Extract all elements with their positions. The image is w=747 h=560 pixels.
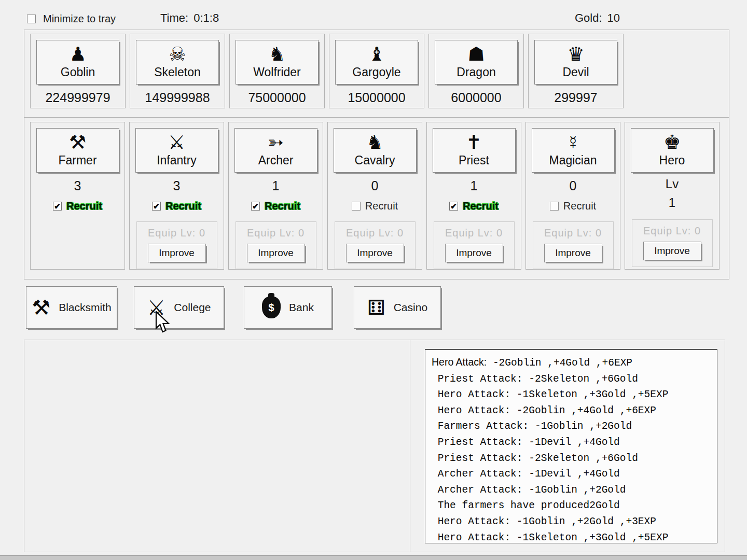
monster-count: 6000000 [451, 90, 501, 105]
farmer-icon: ⚒ [69, 132, 86, 153]
minimize-to-tray-option[interactable]: ✔ Minimize to tray [27, 13, 116, 25]
log-line: Archer Attack: -1Goblin ,+2Gold [432, 482, 717, 498]
monster-name-label: Gargoyle [352, 65, 400, 79]
unit-name-label: Farmer [58, 153, 96, 167]
improve-button-cavalry[interactable]: Improve [346, 244, 404, 262]
recruit-option-priest[interactable]: ✔Recruit [449, 200, 499, 212]
unit-count: 1 [471, 178, 478, 193]
recruit-checkbox[interactable]: ✔ [550, 202, 559, 211]
wolfrider-icon: ♞ [268, 44, 285, 65]
monster-button-goblin[interactable]: ♟Goblin [36, 40, 119, 85]
unit-name-label: Hero [659, 153, 685, 167]
priest-icon: ✝ [466, 132, 482, 153]
minimize-to-tray-checkbox[interactable]: ✔ [27, 15, 36, 23]
minimize-to-tray-label: Minimize to tray [43, 13, 116, 25]
log-line: Hero Attack: -2Goblin ,+4Gold ,+6EXP [432, 403, 717, 419]
monster-name-label: Dragon [457, 65, 495, 79]
building-button-college[interactable]: ⚔College [134, 286, 224, 329]
window-bottom-edge [0, 555, 747, 560]
magician-icon: ☿ [566, 132, 580, 153]
recruit-option-infantry[interactable]: ✔Recruit [152, 200, 201, 212]
log-line: Hero Attack: -2Goblin ,+4Gold ,+6EXP [432, 354, 717, 371]
devil-icon: ♛ [567, 44, 584, 65]
battlefield-panel [24, 340, 411, 552]
recruit-checkbox[interactable]: ✔ [449, 202, 458, 211]
unit-button-magician[interactable]: ☿Magician [532, 128, 615, 173]
recruit-label: Recruit [563, 200, 596, 212]
monster-button-dragon[interactable]: ☗Dragon [435, 40, 518, 85]
monster-button-devil[interactable]: ♛Devil [534, 40, 617, 85]
hero-level-label: Lv [666, 177, 679, 191]
recruit-checkbox[interactable]: ✔ [352, 202, 361, 211]
recruit-checkbox[interactable]: ✔ [251, 202, 260, 211]
building-button-blacksmith[interactable]: ⚒Blacksmith [26, 286, 117, 329]
improve-button-magician[interactable]: Improve [544, 244, 602, 262]
building-button-bank[interactable]: $Bank [244, 286, 332, 329]
unit-count: 1 [272, 178, 280, 193]
dragon-icon: ☗ [467, 44, 485, 65]
unit-row-frame: ⚒Farmer3✔Recruit⚔Infantry3✔RecruitEquip … [24, 117, 729, 279]
monster-count: 299997 [554, 90, 597, 105]
cavalry-icon: ♞ [366, 132, 383, 153]
monster-button-skeleton[interactable]: ☠Skeleton [136, 40, 219, 85]
unit-panel-archer: ➳Archer1✔RecruitEquip Lv: 0Improve [228, 122, 323, 270]
unit-button-hero[interactable]: ♚Hero [631, 128, 714, 173]
unit-button-infantry[interactable]: ⚔Infantry [135, 128, 218, 173]
recruit-option-archer[interactable]: ✔Recruit [251, 200, 300, 212]
unit-name-label: Infantry [157, 153, 197, 167]
unit-button-archer[interactable]: ➳Archer [234, 128, 317, 173]
time-display: Time: 0:1:8 [160, 11, 219, 25]
monster-button-gargoyle[interactable]: ♝Gargoyle [335, 40, 418, 85]
building-button-casino[interactable]: ⚅Casino [354, 286, 441, 329]
equip-level-text: Equip Lv: 0 [544, 227, 602, 239]
equip-groupbox: Equip Lv: 0Improve [335, 221, 416, 269]
equip-level-text: Equip Lv: 0 [346, 227, 404, 239]
recruit-checkbox[interactable]: ✔ [152, 202, 161, 211]
monster-button-wolfrider[interactable]: ♞Wolfrider [236, 40, 319, 85]
equip-groupbox: Equip Lv: 0Improve [136, 221, 217, 269]
equip-groupbox: Equip Lv: 0Improve [236, 221, 316, 269]
unit-count: 3 [74, 178, 81, 193]
unit-name-label: Cavalry [355, 153, 395, 167]
recruit-option-farmer[interactable]: ✔Recruit [53, 200, 102, 212]
monster-panel-devil: ♛Devil299997 [528, 34, 624, 108]
monster-panel-gargoyle: ♝Gargoyle15000000 [329, 34, 424, 108]
improve-button-hero[interactable]: Improve [643, 242, 701, 260]
log-line: Priest Attack: -1Devil ,+4Gold [432, 435, 717, 451]
monster-panel-dragon: ☗Dragon6000000 [428, 34, 524, 108]
unit-panel-priest: ✝Priest1✔RecruitEquip Lv: 0Improve [426, 122, 521, 270]
improve-button-archer[interactable]: Improve [247, 244, 305, 262]
monster-count: 75000000 [248, 90, 306, 105]
unit-button-farmer[interactable]: ⚒Farmer [36, 128, 119, 173]
log-line: Hero Attack: -1Goblin ,+2Gold ,+3EXP [432, 514, 717, 530]
unit-panel-hero: ♚HeroLv1Equip Lv: 0Improve [625, 122, 720, 270]
monster-panel-wolfrider: ♞Wolfrider75000000 [229, 34, 325, 108]
recruit-checkbox[interactable]: ✔ [53, 202, 62, 211]
recruit-label: Recruit [265, 200, 300, 212]
gold-label: Gold: [575, 11, 602, 25]
unit-panel-infantry: ⚔Infantry3✔RecruitEquip Lv: 0Improve [129, 122, 224, 270]
recruit-label: Recruit [463, 200, 499, 212]
log-line: Hero Attack: -1Skeleton ,+3Gold ,+5EXP [432, 530, 717, 543]
unit-button-priest[interactable]: ✝Priest [433, 128, 516, 173]
improve-button-infantry[interactable]: Improve [148, 244, 206, 262]
casino-dice-icon: ⚅ [367, 297, 385, 318]
blacksmith-anvil-icon: ⚒ [32, 297, 50, 318]
recruit-label: Recruit [365, 200, 398, 212]
unit-panel-farmer: ⚒Farmer3✔Recruit [30, 122, 125, 270]
monster-row-frame: ♟Goblin224999979☠Skeleton149999988♞Wolfr… [24, 30, 729, 118]
log-line: Farmers Attack: -1Goblin ,+2Gold [432, 418, 717, 435]
college-swords-icon: ⚔ [147, 297, 165, 318]
equip-level-text: Equip Lv: 0 [247, 227, 305, 239]
unit-panel-cavalry: ♞Cavalry0✔RecruitEquip Lv: 0Improve [327, 122, 422, 270]
battle-log-box[interactable]: Hero Attack: -2Goblin ,+4Gold ,+6EXP Pri… [425, 349, 717, 543]
unit-count: 0 [371, 178, 379, 193]
recruit-option-magician[interactable]: ✔Recruit [550, 200, 596, 212]
unit-count: 0 [570, 178, 577, 193]
infantry-icon: ⚔ [168, 132, 185, 153]
unit-name-label: Archer [258, 153, 294, 167]
log-line: Archer Attack: -1Devil ,+4Gold [432, 466, 717, 482]
improve-button-priest[interactable]: Improve [445, 244, 503, 262]
recruit-option-cavalry[interactable]: ✔Recruit [352, 200, 398, 212]
unit-button-cavalry[interactable]: ♞Cavalry [334, 128, 417, 173]
